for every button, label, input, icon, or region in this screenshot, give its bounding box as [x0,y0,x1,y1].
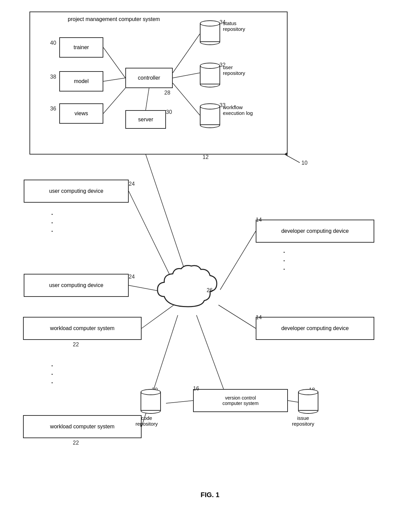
svg-line-8 [146,154,187,278]
trainer-box: trainer [59,37,103,58]
server-number: 30 [166,109,172,115]
user-repo [200,63,220,87]
svg-line-13 [220,231,256,290]
user-repo-number: 32 [219,62,226,68]
pm-system-label: project management computer system [68,16,160,22]
workload-computer-system-1: workload computer system [23,317,142,340]
model-number: 38 [50,74,56,80]
svg-line-15 [196,315,224,389]
server-box: server [125,110,166,129]
system-number-10: 10 [301,160,308,166]
network-number: 26 [207,287,213,293]
dots-workload: ··· [51,361,55,387]
dots-user: ··· [51,209,55,235]
dev-device2-number: 14 [256,314,262,321]
dots-dev: ··· [283,247,287,273]
model-box: model [59,71,103,91]
user-computing-device-2: user computing device [24,274,129,297]
svg-line-4 [173,34,200,73]
trainer-number: 40 [50,40,56,46]
svg-line-18 [285,154,300,163]
issue-repo-label: issuerepository [292,415,314,427]
developer-computing-device-2: developer computing device [256,317,374,340]
version-control-number: 16 [193,386,199,392]
status-repo-label: statusrepository [223,20,245,32]
user-dev2-number: 24 [129,274,135,280]
svg-line-7 [146,88,149,110]
svg-line-1 [103,47,125,78]
issue-repo [298,389,318,414]
svg-line-16 [166,401,193,403]
diagram: project management computer system train… [0,0,420,509]
svg-line-14 [218,305,256,328]
workflow-repo-label: workflowexecution log [223,104,253,116]
user-repo-label: userrepository [223,64,245,76]
pm-system-number: 12 [203,154,209,160]
svg-marker-19 [285,152,288,157]
user-dev1-number: 24 [129,181,135,187]
controller-number: 28 [164,90,170,96]
figure-caption: FIG. 1 [201,491,219,499]
version-control-box: version control computer system [193,389,288,412]
user-computing-device-1: user computing device [24,180,129,203]
svg-line-5 [173,73,200,78]
code-repo [141,389,161,414]
workload1-number: 22 [73,342,79,348]
svg-line-3 [103,88,125,114]
workflow-repo [200,103,220,128]
developer-computing-device-1: developer computing device [256,220,374,243]
workflow-repo-number: 33 [219,102,226,108]
workload-computer-system-2: workload computer system [23,415,142,438]
status-repo-number: 34 [219,19,226,25]
controller-box: controller [125,68,173,88]
dev-device1-number: 14 [256,217,262,223]
svg-line-2 [103,78,125,81]
views-box: views [59,103,103,124]
workload2-number: 22 [73,440,79,446]
code-repo-label: coderepository [135,415,158,427]
svg-line-6 [173,83,200,115]
views-number: 36 [50,106,56,112]
status-repo [200,20,220,45]
